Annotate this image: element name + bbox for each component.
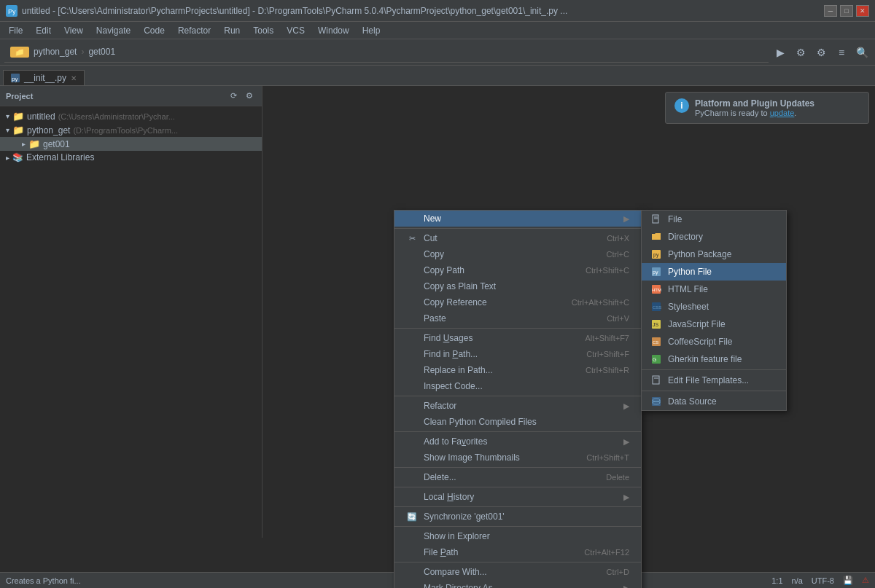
submenu-file[interactable]: File <box>642 211 786 228</box>
submenu-edit-templates[interactable]: Edit File Templates... <box>642 372 786 389</box>
submenu-js-file[interactable]: JS JavaScript File <box>642 315 786 333</box>
menu-code[interactable]: Code <box>138 24 171 37</box>
memory-icon: 💾 <box>843 576 853 585</box>
ctx-file-path[interactable]: File Path Ctrl+Alt+F12 <box>394 544 641 560</box>
menu-edit[interactable]: Edit <box>30 24 57 37</box>
tree-item-python-get[interactable]: ▾ 📁 python_get (D:\ProgramTools\PyCharm.… <box>0 123 262 137</box>
tree-item-get001[interactable]: ▸ 📁 get001 <box>0 137 262 151</box>
close-button[interactable]: ✕ <box>856 5 869 17</box>
submenu-data-source[interactable]: Data Source <box>642 393 786 410</box>
search-button[interactable]: 🔍 <box>853 44 871 61</box>
find-usages-shortcut: Alt+Shift+F7 <box>585 334 629 342</box>
ctx-paste-label: Paste <box>424 313 446 324</box>
tree-item-untitled[interactable]: ▾ 📁 untitled (C:\Users\Administrator\Pyc… <box>0 109 262 123</box>
submenu-directory[interactable]: Directory <box>642 228 786 246</box>
ctx-paste[interactable]: Paste Ctrl+V <box>394 310 641 326</box>
tree-subtext: (D:\ProgramTools\PyCharm... <box>73 126 178 135</box>
minimize-button[interactable]: ─ <box>824 5 837 17</box>
ctx-copy-ref[interactable]: Copy Reference Ctrl+Alt+Shift+C <box>394 294 641 310</box>
breadcrumb-python-get[interactable]: python_get <box>34 47 77 57</box>
notification-text: Platform and Plugin Updates PyCharm is r… <box>695 98 814 117</box>
settings-button[interactable]: ⚙ <box>792 44 809 61</box>
refactor-arrow: ▶ <box>623 401 629 411</box>
ctx-new-arrow: ▶ <box>623 214 629 224</box>
tool4-button[interactable]: ≡ <box>833 44 850 61</box>
ctx-show-explorer[interactable]: Show in Explorer <box>394 528 641 544</box>
ctx-mark-label: Mark Directory As <box>424 583 493 588</box>
submenu-gherkin-file[interactable]: G Gherkin feature file <box>642 350 786 368</box>
python-file-icon: py <box>11 74 20 82</box>
submenu-divider <box>642 369 786 370</box>
tool3-button[interactable]: ⚙ <box>812 44 830 61</box>
submenu-directory-label: Directory <box>668 232 703 242</box>
submenu-file-label: File <box>668 214 682 224</box>
menu-view[interactable]: View <box>58 24 89 37</box>
ctx-synchronize[interactable]: 🔄 Synchronize 'get001' <box>394 509 641 525</box>
ctx-delete[interactable]: Delete... Delete <box>394 469 641 485</box>
svg-rect-21 <box>653 376 659 384</box>
ctx-thumbnails-label: Show Image Thumbnails <box>424 452 520 463</box>
menu-window[interactable]: Window <box>312 24 355 37</box>
tab-init-py[interactable]: py __init__.py ✕ <box>3 70 85 85</box>
ctx-copy-plain[interactable]: Copy as Plain Text <box>394 278 641 294</box>
libs-icon: 📚 <box>12 152 23 162</box>
ctx-mark-left: Mark Directory As <box>406 583 493 588</box>
status-left-text: Creates a Python fi... <box>6 576 766 585</box>
notification-body-text: PyCharm is ready to <box>695 109 770 117</box>
ctx-find-in-path[interactable]: Find in Path... Ctrl+Shift+F <box>394 346 641 362</box>
status-position[interactable]: 1:1 <box>771 576 782 585</box>
ctx-favorites[interactable]: Add to Favorites ▶ <box>394 434 641 450</box>
ctx-file-path-left: File Path <box>406 547 458 557</box>
ctx-cut[interactable]: ✂ Cut Ctrl+X <box>394 230 641 246</box>
submenu-stylesheet[interactable]: CSS Stylesheet <box>642 298 786 315</box>
submenu-html-file[interactable]: HTML HTML File <box>642 281 786 298</box>
ctx-replace-in-path[interactable]: Replace in Path... Ctrl+Shift+R <box>394 362 641 378</box>
breadcrumb-get001[interactable]: get001 <box>88 47 115 57</box>
run-button[interactable]: ▶ <box>771 44 789 61</box>
submenu-coffee-file[interactable]: CS CoffeeScript File <box>642 333 786 350</box>
copy-shortcut: Ctrl+C <box>607 250 629 259</box>
ctx-refactor[interactable]: Refactor ▶ <box>394 398 641 414</box>
sync-button[interactable]: ⟳ <box>227 90 240 103</box>
thumbnails-shortcut: Ctrl+Shift+T <box>586 453 629 462</box>
notification-title: Platform and Plugin Updates <box>695 98 814 109</box>
notification-link[interactable]: update <box>770 109 795 117</box>
mark-arrow: ▶ <box>623 584 629 589</box>
ctx-clean[interactable]: Clean Python Compiled Files <box>394 414 641 430</box>
tab-close-icon[interactable]: ✕ <box>71 74 77 82</box>
ctx-mark-directory[interactable]: Mark Directory As ▶ <box>394 580 641 588</box>
ctx-new-label: New <box>424 213 441 224</box>
ctx-compare[interactable]: Compare With... Ctrl+D <box>394 564 641 580</box>
submenu-python-package[interactable]: py Python Package <box>642 246 786 263</box>
project-tree: ▾ 📁 untitled (C:\Users\Administrator\Pyc… <box>0 106 262 167</box>
divider <box>394 396 641 396</box>
menu-refactor[interactable]: Refactor <box>172 24 217 37</box>
menu-vcs[interactable]: VCS <box>281 24 311 37</box>
svg-text:Py: Py <box>8 8 16 15</box>
ctx-inspect[interactable]: Inspect Code... <box>394 378 641 394</box>
title-bar-controls[interactable]: ─ □ ✕ <box>824 5 869 17</box>
ctx-copy-left: Copy <box>406 249 444 259</box>
ctx-local-history[interactable]: Local History ▶ <box>394 489 641 505</box>
menu-help[interactable]: Help <box>357 24 386 37</box>
menu-file[interactable]: File <box>3 24 28 37</box>
submenu-coffee-label: CoffeeScript File <box>668 337 732 347</box>
ctx-copy-path[interactable]: Copy Path Ctrl+Shift+C <box>394 262 641 278</box>
submenu-python-file-label: Python File <box>668 267 712 277</box>
ctx-favorites-left: Add to Favorites <box>406 436 487 447</box>
ctx-copy[interactable]: Copy Ctrl+C <box>394 246 641 262</box>
ctx-thumbnails[interactable]: Show Image Thumbnails Ctrl+Shift+T <box>394 450 641 466</box>
submenu-python-file[interactable]: py Python File <box>642 263 786 281</box>
maximize-button[interactable]: □ <box>840 5 853 17</box>
ctx-find-usages[interactable]: Find Usages Alt+Shift+F7 <box>394 330 641 346</box>
menu-navigate[interactable]: Navigate <box>90 24 136 37</box>
ctx-new[interactable]: New ▶ <box>394 211 641 227</box>
menu-tools[interactable]: Tools <box>247 24 279 37</box>
tree-item-external-libs[interactable]: ▸ 📚 External Libraries <box>0 151 262 164</box>
submenu-python-package-label: Python Package <box>668 249 731 259</box>
menu-run[interactable]: Run <box>218 24 246 37</box>
status-encoding[interactable]: UTF-8 <box>812 576 834 585</box>
app-icon: Py <box>6 5 18 17</box>
project-toolbar: ⟳ ⚙ <box>227 90 256 103</box>
settings-icon[interactable]: ⚙ <box>243 90 256 103</box>
